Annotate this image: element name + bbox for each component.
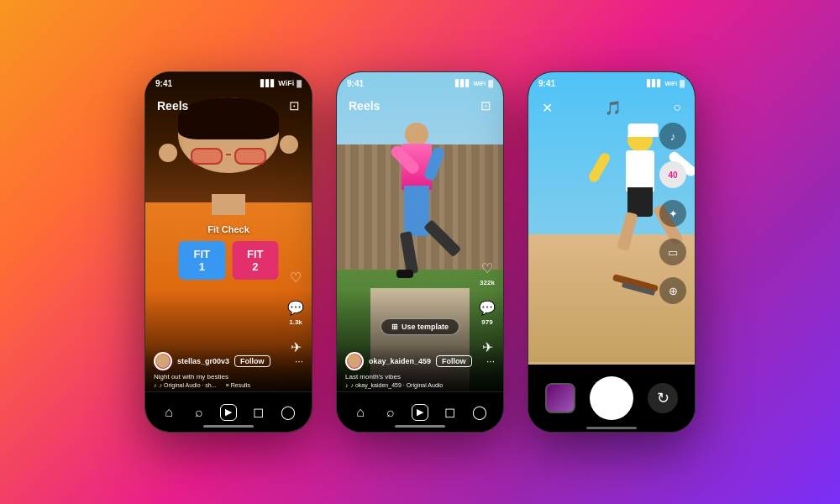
avatar-2: [345, 352, 364, 370]
fit1-button[interactable]: FIT 1: [179, 241, 226, 280]
camera-right-tools: ♪ 40 ✦ ▭ ⊕: [659, 123, 686, 304]
audio-row-2: ♪ ♪ okay_kaiden_459 · Original Audio: [345, 382, 495, 388]
fit-check-overlay: Fit Check FIT 1 FIT 2: [179, 224, 279, 280]
status-time-3: 9:41: [538, 79, 555, 88]
camera-bottom-bar: ↻: [528, 365, 695, 432]
follow-button-1[interactable]: Follow: [234, 355, 270, 367]
home-indicator-3: [586, 427, 637, 429]
fit2-button[interactable]: FIT 2: [232, 241, 279, 280]
signal-icon-2: ▋▋▋: [455, 80, 470, 87]
layout-icon: ▭: [668, 246, 678, 259]
wifi-icon-1: WiFi: [278, 79, 294, 87]
like-action-1[interactable]: ♡: [286, 268, 305, 286]
user-info-1: stellas_gr00v3 Follow ··· Night out with…: [145, 345, 312, 391]
reels-header-2: Reels ⊡: [337, 91, 503, 121]
effects-tool-button[interactable]: ✦: [659, 200, 686, 227]
template-icon: ⊞: [391, 323, 398, 331]
side-actions-1: ♡ 💬 1.3k ✈: [286, 268, 305, 356]
nav-profile-2[interactable]: ◯: [470, 403, 489, 422]
add-icon: ⊕: [669, 285, 678, 297]
phone-2: 9:41 ▋▋▋ WiFi ▓ Reels ⊡ ⊞ Use template ♡…: [336, 71, 504, 433]
mute-button[interactable]: 🎵: [605, 100, 622, 116]
battery-icon-2: ▓: [488, 80, 493, 87]
gallery-thumbnail[interactable]: [545, 383, 575, 413]
shutter-button[interactable]: [590, 376, 633, 420]
caption-2: Last month's vibes: [345, 373, 495, 381]
signal-icon-1: ▋▋▋: [260, 80, 276, 87]
timer-icon: 40: [668, 171, 677, 180]
nav-profile-1[interactable]: ◯: [279, 403, 297, 422]
layout-tool-button[interactable]: ▭: [659, 239, 686, 265]
fit-buttons: FIT 1 FIT 2: [179, 241, 279, 280]
status-bar-phone3: 9:41 ▋▋▋ WiFi ▓: [528, 72, 695, 91]
add-tool-button[interactable]: ⊕: [659, 277, 686, 304]
use-template-button[interactable]: ⊞ Use template: [381, 318, 459, 335]
fit-check-label: Fit Check: [179, 224, 279, 234]
comment-count-2: 979: [481, 318, 492, 326]
flip-camera-button[interactable]: ↻: [648, 383, 678, 413]
caption-1: Night out with my besties: [154, 373, 303, 381]
timer-tool-button[interactable]: 40: [659, 161, 686, 188]
username-2: okay_kaiden_459: [369, 357, 431, 365]
status-time-1: 9:41: [155, 79, 172, 88]
search-button[interactable]: ○: [673, 100, 681, 115]
signal-icon-3: ▋▋▋: [647, 80, 662, 87]
effects-icon: ✦: [669, 207, 678, 220]
music-tool-button[interactable]: ♪: [659, 123, 686, 150]
battery-icon-3: ▓: [680, 80, 685, 87]
results-label: Results: [231, 382, 250, 388]
home-indicator-1: [203, 425, 254, 428]
nav-home-1[interactable]: ⌂: [160, 403, 178, 422]
music-icon: ♪: [670, 130, 676, 143]
comment-count-1: 1.3k: [289, 318, 302, 326]
reels-title-1: Reels: [157, 99, 188, 113]
more-menu-2[interactable]: ···: [486, 355, 495, 367]
home-indicator-2: [395, 425, 445, 428]
audio-icon-1: ♪: [154, 382, 157, 388]
wifi-icon-2: WiFi: [473, 81, 486, 87]
comment-icon-1: 💬: [286, 298, 305, 317]
results-icon: ≡: [226, 382, 229, 388]
reels-header-1: Reels ⊡: [145, 91, 312, 121]
wifi-icon-3: WiFi: [664, 81, 677, 87]
comment-icon-2: 💬: [478, 298, 496, 317]
camera-top-bar: ✕ 🎵 ○: [528, 91, 695, 124]
nav-search-2[interactable]: ⌕: [381, 403, 400, 422]
username-1: stellas_gr00v3: [177, 357, 229, 365]
flip-icon: ↻: [657, 389, 669, 407]
heart-icon-2: ♡: [478, 259, 496, 277]
results-tag: ≡ Results: [226, 382, 250, 388]
camera-icon-2[interactable]: ⊡: [480, 98, 491, 113]
nav-home-2[interactable]: ⌂: [351, 403, 370, 422]
side-actions-2: ♡ 322k 💬 979 ✈: [478, 259, 496, 356]
avatar-1: [154, 352, 172, 370]
audio-row-1: ♪ ♪ Original Audio · sh... ≡ Results: [154, 382, 303, 388]
status-time-2: 9:41: [347, 79, 364, 88]
comment-action-2[interactable]: 💬 979: [478, 298, 496, 326]
status-bar-phone2: 9:41 ▋▋▋ WiFi ▓: [337, 72, 503, 91]
status-bar-phone1: 9:41 ▋▋▋ WiFi ▓: [145, 72, 312, 91]
like-action-2[interactable]: ♡ 322k: [478, 259, 496, 286]
user-info-2: okay_kaiden_459 Follow ··· Last month's …: [337, 345, 503, 391]
reels-title-2: Reels: [349, 99, 380, 113]
nav-search-1[interactable]: ⌕: [190, 403, 208, 422]
phone-1: 9:41 ▋▋▋ WiFi ▓ Reels ⊡ Fit Check FIT 1 …: [144, 71, 312, 433]
more-menu-1[interactable]: ···: [295, 355, 303, 367]
nav-shop-1[interactable]: ◻: [249, 403, 267, 422]
battery-icon-1: ▓: [297, 80, 302, 87]
phone-3: 9:41 ▋▋▋ WiFi ▓ ✕ 🎵 ○ ♪ 40 ✦ ▭: [528, 71, 696, 433]
follow-button-2[interactable]: Follow: [436, 355, 472, 367]
nav-reels-2[interactable]: ▶: [412, 404, 428, 421]
audio-icon-2: ♪: [345, 382, 349, 388]
heart-icon-1: ♡: [286, 268, 305, 286]
nav-reels-1[interactable]: ▶: [220, 404, 237, 421]
like-count-2: 322k: [480, 279, 495, 286]
camera-icon-1[interactable]: ⊡: [289, 98, 300, 113]
close-button[interactable]: ✕: [542, 100, 553, 116]
nav-shop-2[interactable]: ◻: [440, 403, 459, 422]
comment-action-1[interactable]: 💬 1.3k: [286, 298, 305, 326]
